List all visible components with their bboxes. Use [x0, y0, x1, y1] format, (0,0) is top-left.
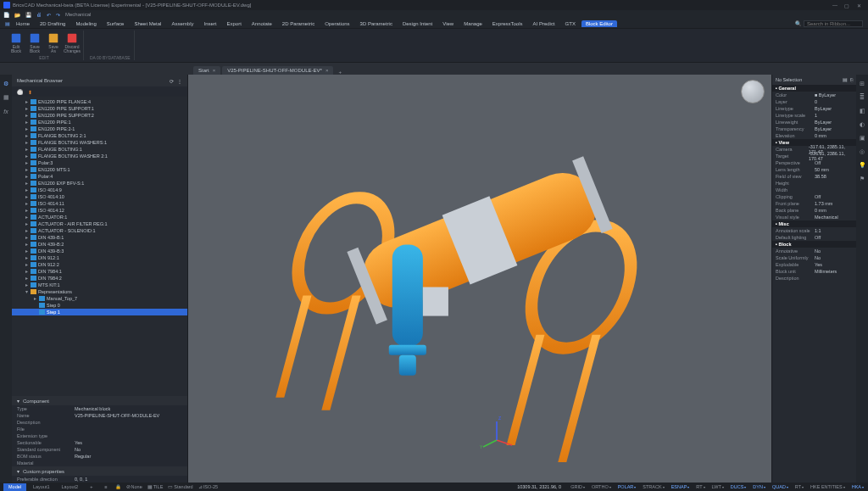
browser-rail-icon[interactable]: ⚙ — [2, 80, 10, 88]
ribbon-save-block-button[interactable]: Save Block — [27, 32, 42, 53]
ribbon-tab-home[interactable]: Home — [12, 20, 34, 27]
filter-icon[interactable]: ⚪ — [17, 89, 23, 95]
views-rail-icon[interactable]: ▣ — [858, 134, 866, 142]
model-viewport[interactable]: X Y Z — [188, 75, 771, 483]
twisty-icon[interactable]: ▸ — [24, 147, 29, 152]
tree-node[interactable]: ▸DIN 7984:2 — [12, 275, 187, 282]
twisty-icon[interactable]: ▸ — [24, 242, 29, 247]
tree-node[interactable]: ▸MTS KIT:1 — [12, 282, 187, 288]
tree-node[interactable]: ▸DIN 439-B:2 — [12, 241, 187, 248]
dimstyle-indicator[interactable]: ▭ Standard — [165, 484, 195, 489]
render-rail-icon[interactable]: ◎ — [858, 148, 866, 156]
tree-node[interactable]: ▸ISO 4014:12 — [12, 207, 187, 214]
twisty-icon[interactable]: ▸ — [24, 255, 29, 260]
minimize-button[interactable]: — — [829, 1, 841, 9]
tile-indicator[interactable]: ▦ TILE — [145, 484, 166, 489]
ribbon-tab-surface[interactable]: Surface — [103, 20, 129, 27]
twisty-icon[interactable]: ▸ — [32, 296, 37, 301]
prop-value[interactable]: 38.58 — [815, 174, 826, 179]
twisty-icon[interactable]: ▸ — [24, 262, 29, 267]
status-toggle-strack[interactable]: STRACK▾ — [640, 484, 666, 489]
print-icon[interactable]: 🖨 — [36, 12, 42, 17]
ribbon-tab-2d-parametric[interactable]: 2D Parametric — [278, 20, 319, 27]
add-layout-button[interactable]: + — [85, 483, 97, 491]
prop-value[interactable]: ByLayer — [815, 126, 832, 131]
twisty-icon[interactable]: ▸ — [24, 208, 29, 213]
tree-node[interactable]: ▸DIN 439-B:1 — [12, 234, 187, 241]
status-toggle-quad[interactable]: QUAD▾ — [770, 484, 791, 489]
refresh-icon[interactable]: ⟳ — [170, 78, 174, 84]
tree-node[interactable]: ▸FLANGE BOLTING WASHERS:1 — [12, 139, 187, 146]
layers-rail-icon[interactable]: ▦ — [2, 93, 10, 102]
prop-value[interactable]: 1.73 mm — [815, 201, 832, 206]
prop-value[interactable]: Off — [815, 235, 821, 240]
prop-value[interactable]: No — [815, 248, 821, 254]
ribbon-tab-design-intent[interactable]: Design Intent — [398, 20, 437, 27]
layout2-tab[interactable]: Layout2 — [57, 483, 84, 491]
status-toggle-dyn[interactable]: DYN▾ — [750, 484, 768, 489]
prop-value[interactable]: 0 mm — [815, 133, 826, 138]
chevron-down-icon[interactable]: ▾ — [17, 398, 19, 404]
tree-node[interactable]: ▸FLANGE BOLTING 2:1 — [12, 132, 187, 139]
status-toggle-ducs[interactable]: DUCS▾ — [728, 484, 749, 489]
status-toggle-grid[interactable]: GRID▾ — [568, 484, 587, 489]
ribbon-tab-block-editor[interactable]: Block Editor — [581, 20, 617, 27]
twisty-icon[interactable]: ▸ — [24, 153, 29, 159]
ribbon-save-as-button[interactable]: Save As — [46, 32, 61, 53]
twisty-icon[interactable]: ▸ — [24, 174, 29, 179]
prop-section-general[interactable]: ▪ General — [772, 85, 856, 92]
tree-node[interactable]: ▸EN1200 EXP BFV-S:1 — [12, 180, 187, 187]
tree-node[interactable]: ▸DIN 7984:1 — [12, 268, 187, 275]
lock-icon[interactable]: 🔒 — [113, 484, 124, 489]
prop-value[interactable]: 1:1 — [815, 228, 821, 233]
start-tab[interactable]: Start× — [193, 66, 220, 75]
status-toggle-ortho[interactable]: ORTHO▾ — [589, 484, 614, 489]
materials-rail-icon[interactable]: ◐ — [858, 120, 866, 129]
fx-rail-icon[interactable]: fx — [2, 107, 10, 115]
twisty-icon[interactable]: ▸ — [24, 201, 29, 206]
twisty-icon[interactable]: ▸ — [24, 282, 29, 287]
ribbon-tab-view[interactable]: View — [438, 20, 458, 27]
close-icon[interactable]: × — [213, 68, 216, 73]
prop-value[interactable]: 0, 0, 1 — [75, 477, 87, 482]
prop-value[interactable]: 0 — [815, 99, 817, 104]
twisty-icon[interactable]: ▸ — [24, 99, 29, 104]
props-pin-icon[interactable]: ⎘ — [850, 77, 853, 82]
tree-node[interactable]: ▸EN1200 PIPE:1 — [12, 119, 187, 126]
twisty-icon[interactable]: ▸ — [24, 194, 29, 199]
sort-icon[interactable]: ⬍ — [28, 89, 32, 95]
redo-icon[interactable]: ↷ — [56, 12, 60, 18]
new-icon[interactable]: 📄 — [3, 12, 9, 18]
prop-value[interactable]: No — [815, 255, 821, 260]
tree-node[interactable]: ▸ISO 4014:9 — [12, 187, 187, 193]
ribbon-tab-3d-parametric[interactable]: 3D Parametric — [356, 20, 397, 27]
search-input[interactable] — [804, 20, 863, 27]
prop-value[interactable]: Yes — [75, 440, 82, 445]
ribbon-tab-2d-drafting[interactable]: 2D Drafting — [36, 20, 70, 27]
layers-rail-icon[interactable]: ≣ — [858, 93, 866, 102]
ribbon-tab-ai-predict[interactable]: AI Predict — [529, 20, 559, 27]
app-menu-icon[interactable]: ▤ — [5, 20, 10, 26]
twisty-icon[interactable]: ▸ — [24, 269, 29, 274]
twisty-icon[interactable]: ▸ — [24, 126, 29, 131]
twisty-icon[interactable]: ▸ — [24, 106, 29, 111]
tree-node[interactable]: ▸Polar:4 — [12, 173, 187, 180]
status-toggle-lwt[interactable]: LWT▾ — [709, 484, 726, 489]
twisty-icon[interactable]: ▸ — [24, 187, 29, 192]
twisty-icon[interactable]: ▸ — [24, 215, 29, 220]
ribbon-edit-block-button[interactable]: Edit Block — [8, 32, 24, 53]
iso-indicator[interactable]: ⊿ ISO-25 — [196, 484, 220, 489]
tree-node[interactable]: ▸EN1200 MTS:1 — [12, 166, 187, 173]
workspace-label[interactable]: Mechanical — [65, 12, 91, 17]
tree-node[interactable]: ▸Polar:3 — [12, 159, 187, 166]
prop-value[interactable]: Off — [815, 160, 821, 165]
maximize-button[interactable]: ▢ — [841, 1, 853, 9]
tree-node[interactable]: ▸DIN 439-B:3 — [12, 248, 187, 254]
tree-node[interactable]: Step 0 — [12, 302, 187, 309]
ribbon-tab-insert[interactable]: Insert — [199, 20, 220, 27]
prop-value[interactable]: Mechanical — [815, 215, 838, 220]
tree-node[interactable]: ▸EN1200 PIPE SUPPORT:1 — [12, 105, 187, 112]
status-toggle-esnap[interactable]: ESNAP▾ — [669, 484, 693, 489]
props-rail-icon[interactable]: ⊞ — [858, 80, 866, 88]
prop-value[interactable]: 1 — [815, 113, 817, 118]
